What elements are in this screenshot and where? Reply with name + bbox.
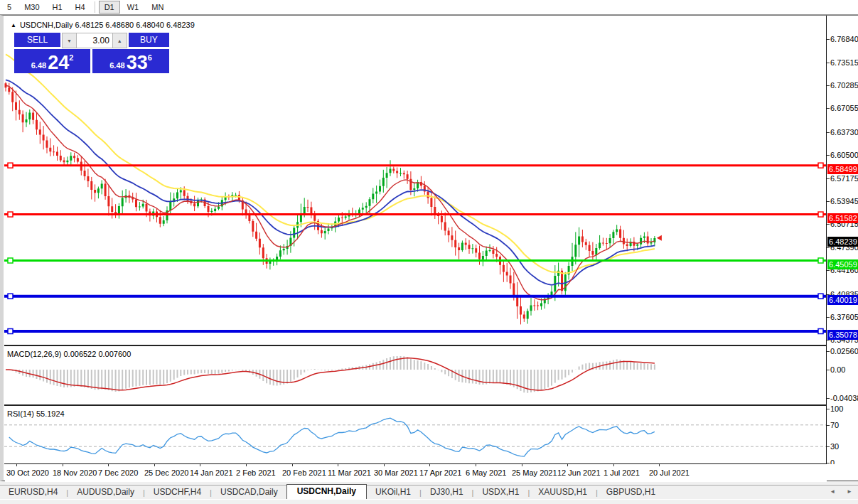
price-axis-label: 6.76840 <box>830 35 858 43</box>
date-axis-label: 20 Feb 2021 <box>282 468 326 477</box>
date-axis-tick <box>108 464 109 466</box>
date-axis-label: 17 Apr 2021 <box>419 468 461 477</box>
price-axis-tick <box>827 178 830 179</box>
price-axis-tick <box>827 340 830 341</box>
price-axis-tick <box>827 247 830 248</box>
tab-scroll-right-button[interactable]: ► <box>847 488 852 495</box>
price-axis-tick <box>827 201 830 202</box>
macd-pane[interactable]: MACD(12,26,9) 0.006522 0.007600 <box>4 348 826 406</box>
price-axis: 6.768406.735156.702856.670556.637306.605… <box>826 16 858 464</box>
price-axis-label: 6.63730 <box>830 128 858 136</box>
tab-gbpusd-h1[interactable]: GBPUSD,H1 <box>598 486 664 499</box>
price-axis-label: 6.67055 <box>830 104 858 112</box>
sell-button[interactable]: SELL <box>14 33 60 48</box>
price-pane[interactable]: ▲USDCNH,Daily 6.48125 6.48680 6.48040 6.… <box>4 16 826 346</box>
tab-dj30-h1[interactable]: DJ30,H1 <box>422 486 472 499</box>
price-axis-tick <box>827 155 830 156</box>
rsi-axis-label: 30 <box>830 442 839 451</box>
tab-usdchf-h4[interactable]: USDCHF,H4 <box>145 486 210 499</box>
price-axis-tick <box>827 317 830 318</box>
level-price-badge: 6.51582 <box>827 213 858 223</box>
date-axis-label: 25 May 2021 <box>512 468 557 477</box>
level-price-badge: 6.45059 <box>827 259 858 269</box>
price-axis-label: 6.73515 <box>830 58 858 67</box>
rsi-axis-label: 100 <box>830 404 843 413</box>
price-axis-label: 6.53945 <box>830 197 858 205</box>
date-axis-label: 7 Dec 2020 <box>98 468 138 477</box>
date-axis-tick <box>476 464 476 466</box>
date-axis-tick <box>63 464 63 466</box>
volume-decrease-button[interactable]: ▼ <box>62 33 77 48</box>
date-axis: 30 Oct 202018 Nov 20207 Dec 202025 Dec 2… <box>5 464 827 482</box>
volume-increase-button[interactable]: ▲ <box>112 33 127 48</box>
timeframe-button-5[interactable]: 5 <box>1 1 17 14</box>
timeframe-button-h1[interactable]: H1 <box>47 1 68 14</box>
date-axis-tick <box>567 464 568 466</box>
tab-audusd-daily[interactable]: AUDUSD,Daily <box>68 486 143 499</box>
date-axis-tick <box>246 464 247 466</box>
rsi-pane[interactable]: RSI(14) 55.1924 <box>4 407 826 464</box>
buy-price-button[interactable]: 6.48 33 6 <box>92 49 169 73</box>
tab-eurusd-h4[interactable]: EURUSD,H4 <box>0 486 66 499</box>
sell-price-sup: 2 <box>69 53 73 62</box>
date-axis-label: 25 Dec 2020 <box>144 468 188 477</box>
sell-price-prefix: 6.48 <box>31 61 46 70</box>
rsi-canvas[interactable] <box>4 407 826 463</box>
plot-area: ▲USDCNH,Daily 6.48125 6.48680 6.48040 6.… <box>4 16 826 464</box>
tab-xauusd-h1[interactable]: XAUUSD,H1 <box>530 486 596 499</box>
timeframe-button-d1[interactable]: D1 <box>99 1 120 14</box>
volume-input[interactable] <box>77 33 112 48</box>
rsi-axis-label: 70 <box>830 421 839 429</box>
price-axis-tick <box>827 224 830 225</box>
macd-axis-label: 0.025609 <box>830 347 858 355</box>
date-axis-label: 2 Feb 2021 <box>236 468 276 477</box>
price-axis-label: 6.37605 <box>830 313 858 321</box>
current-price-badge: 6.48239 <box>827 237 858 247</box>
date-axis-label: 20 Jul 2021 <box>649 468 690 477</box>
price-axis-label: 6.60500 <box>830 151 858 159</box>
date-axis-label: 18 Nov 2020 <box>53 468 97 477</box>
date-axis-label: 30 Oct 2020 <box>6 468 49 477</box>
macd-label: MACD(12,26,9) 0.006522 0.007600 <box>7 350 131 358</box>
rsi-label: RSI(14) 55.1924 <box>7 409 65 418</box>
level-price-badge: 6.35078 <box>827 330 858 340</box>
macd-axis-label: -0.040386 <box>830 394 858 402</box>
chart-title: ▲USDCNH,Daily 6.48125 6.48680 6.48040 6.… <box>11 21 195 29</box>
buy-button[interactable]: BUY <box>129 33 169 48</box>
timeframe-button-m30[interactable]: M30 <box>18 1 45 14</box>
date-axis-label: 11 Mar 2021 <box>328 468 371 477</box>
price-axis-tick <box>827 39 830 40</box>
price-axis-tick <box>827 63 830 63</box>
symbol-tabbar: EURUSD,H4|AUDUSD,Daily|USDCHF,H4|USDCAD,… <box>0 485 858 499</box>
price-axis-tick <box>827 108 830 109</box>
buy-price-big: 33 <box>127 53 148 72</box>
tab-scroll-left-button[interactable]: ◄ <box>830 488 835 495</box>
tab-usdx-h1[interactable]: USDX,H1 <box>473 486 527 499</box>
timeframe-button-mn[interactable]: MN <box>146 1 169 14</box>
timeframe-toolbar: 5M30H1H4D1W1MN <box>0 0 858 15</box>
tab-usdcnh-daily[interactable]: USDCNH,Daily <box>286 484 367 499</box>
timeframe-button-w1[interactable]: W1 <box>122 1 145 14</box>
date-axis-tick <box>522 464 522 466</box>
chart-ohlc: 6.48125 6.48680 6.48040 6.48239 <box>75 21 195 29</box>
price-axis-label: 6.57175 <box>830 174 858 183</box>
level-price-badge: 6.58499 <box>827 164 858 174</box>
level-price-badge: 6.40019 <box>827 295 858 305</box>
toolbar-divider <box>95 1 95 13</box>
one-click-trade-panel: SELL ▼ ▲ BUY 6.48 24 2 6.48 <box>14 33 169 73</box>
date-axis-label: 6 May 2021 <box>466 468 506 477</box>
date-axis-tick <box>200 464 200 466</box>
date-axis-tick <box>338 464 338 466</box>
timeframe-button-h4[interactable]: H4 <box>70 1 91 14</box>
trading-terminal: 5M30H1H4D1W1MN ▲USDCNH,Daily 6.48125 6.4… <box>0 0 858 504</box>
symbol-marker-icon: ▲ <box>11 22 16 28</box>
sell-price-button[interactable]: 6.48 24 2 <box>14 49 90 73</box>
tab-usdcad-daily[interactable]: USDCAD,Daily <box>212 486 286 499</box>
price-axis-tick <box>827 270 830 271</box>
date-axis-tick <box>16 464 17 466</box>
date-axis-tick <box>384 464 385 466</box>
macd-axis-label: 0.00 <box>830 365 845 374</box>
tab-ukoil-h1[interactable]: UKOil,H1 <box>367 486 419 499</box>
price-axis-label: 6.70285 <box>830 81 858 90</box>
price-axis-tick <box>827 132 830 133</box>
